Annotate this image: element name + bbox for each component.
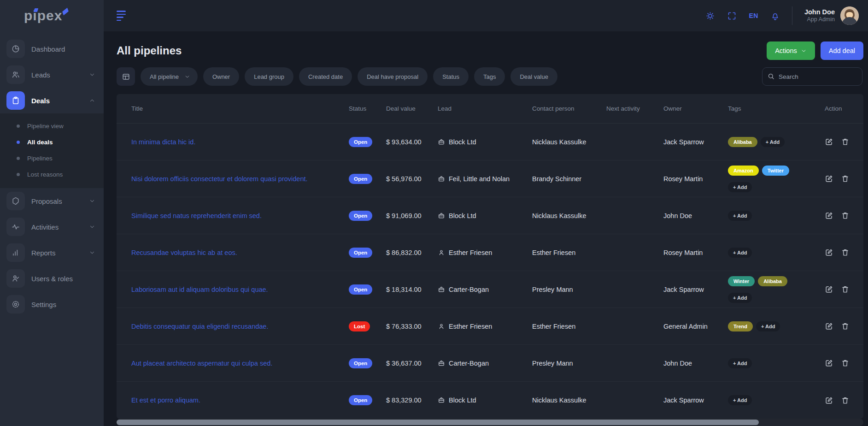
bullet-dot-icon	[17, 157, 20, 160]
edit-icon[interactable]	[825, 322, 833, 331]
add-tag-button[interactable]: + Add	[728, 395, 752, 405]
tag-pill[interactable]: Alibaba	[758, 276, 787, 286]
add-tag-button[interactable]: + Add	[728, 293, 752, 303]
column-header-action: Action	[825, 105, 852, 112]
horizontal-scrollbar	[117, 419, 863, 426]
deal-title-link[interactable]: Similique sed natus reprehenderit enim s…	[131, 212, 262, 219]
filter-chip-owner[interactable]: Owner	[203, 67, 239, 86]
add-deal-button[interactable]: Add deal	[821, 41, 863, 60]
tag-pill[interactable]: Trend	[728, 321, 753, 331]
submenu-item-pipeline-view[interactable]: Pipeline view	[0, 118, 104, 134]
edit-icon[interactable]	[825, 137, 833, 146]
theme-toggle-sun-icon[interactable]	[705, 11, 715, 21]
sidebar-item-users-roles[interactable]: Users & roles	[0, 266, 104, 291]
edit-icon[interactable]	[825, 211, 833, 220]
submenu-item-pipelines[interactable]: Pipelines	[0, 150, 104, 166]
submenu-item-all-deals[interactable]: All deals	[0, 134, 104, 150]
table-row: Similique sed natus reprehenderit enim s…	[117, 197, 863, 234]
tag-pill[interactable]: Twitter	[762, 166, 789, 176]
deal-title-link[interactable]: Aut placeat architecto aspernatur qui cu…	[131, 360, 272, 367]
filter-chip-lead-group[interactable]: Lead group	[245, 67, 293, 86]
trash-icon[interactable]	[841, 285, 850, 294]
brand-logo[interactable]: pipex	[0, 0, 104, 31]
trash-icon[interactable]	[841, 137, 850, 146]
edit-icon[interactable]	[825, 396, 833, 405]
tag-pill[interactable]: Winter	[728, 276, 755, 286]
hamburger-menu-icon[interactable]	[117, 11, 126, 21]
filter-chip-status[interactable]: Status	[433, 67, 469, 86]
sidebar-item-dashboard[interactable]: Dashboard	[0, 36, 104, 62]
deal-title-cell: Debitis consequatur quia eligendi recusa…	[131, 322, 349, 331]
trash-icon[interactable]	[841, 174, 850, 183]
sidebar-item-activities[interactable]: Activities	[0, 214, 104, 240]
sidebar-item-leads[interactable]: Leads	[0, 62, 104, 88]
status-badge: Open	[349, 248, 372, 258]
filter-chip-deal-have-proposal[interactable]: Deal have proposal	[358, 67, 428, 86]
owner-cell: General Admin	[663, 323, 728, 330]
tag-pill[interactable]: Amazon	[728, 166, 759, 176]
trash-icon[interactable]	[841, 359, 850, 367]
deal-title-link[interactable]: Recusandae voluptas hic ab at eos.	[131, 249, 237, 256]
filter-chip-created-date[interactable]: Created date	[299, 67, 352, 86]
fullscreen-icon[interactable]	[727, 11, 737, 21]
edit-icon[interactable]	[825, 359, 833, 367]
actions-button[interactable]: Actions	[767, 41, 815, 60]
table-row: In minima dicta hic id.Open$ 93,634.00Bl…	[117, 124, 863, 160]
table-header-row: TitleStatusDeal valueLeadContact personN…	[117, 94, 863, 124]
edit-icon[interactable]	[825, 248, 833, 257]
add-tag-button[interactable]: + Add	[728, 358, 752, 368]
add-tag-button[interactable]: + Add	[728, 182, 752, 192]
deal-title-link[interactable]: In minima dicta hic id.	[131, 138, 195, 146]
table-layout-icon[interactable]	[117, 67, 135, 86]
avatar[interactable]	[840, 6, 859, 25]
deal-title-link[interactable]: Et est et porro aliquam.	[131, 396, 200, 404]
language-selector[interactable]: EN	[749, 12, 758, 19]
lead-name: Carter-Bogan	[449, 360, 489, 367]
submenu-item-lost-reasons[interactable]: Lost reasons	[0, 166, 104, 183]
horizontal-scrollbar-thumb[interactable]	[117, 420, 759, 425]
owner-cell: Jack Sparrow	[663, 286, 728, 293]
add-tag-button[interactable]: + Add	[728, 211, 752, 221]
trash-icon[interactable]	[841, 396, 850, 405]
deal-title-link[interactable]: Debitis consequatur quia eligendi recusa…	[131, 323, 268, 330]
tag-pill[interactable]: Alibaba	[728, 137, 757, 147]
deal-title-cell: Et est et porro aliquam.	[131, 396, 349, 404]
deal-value-cell: $ 86,832.00	[386, 249, 438, 256]
deal-title-link[interactable]: Laboriosam aut id aliquam doloribus qui …	[131, 286, 268, 293]
sidebar-item-settings[interactable]: Settings	[0, 291, 104, 317]
column-header-deal-value: Deal value	[386, 105, 438, 112]
contact-person-cell: Presley Mann	[532, 286, 606, 293]
user-menu[interactable]: John Doe App Admin	[804, 6, 859, 25]
sidebar-item-label: Deals	[31, 97, 89, 105]
sidebar-item-label: Users & roles	[31, 275, 95, 283]
deal-title-link[interactable]: Nisi dolorem officiis consectetur et dol…	[131, 175, 308, 183]
topbar-divider	[792, 6, 792, 25]
briefcase-icon	[438, 138, 445, 146]
briefcase-icon	[438, 175, 445, 183]
trash-icon[interactable]	[841, 322, 850, 331]
status-badge: Open	[349, 284, 372, 295]
notifications-bell-icon[interactable]	[770, 11, 780, 21]
add-tag-button[interactable]: + Add	[761, 137, 785, 147]
trash-icon[interactable]	[841, 248, 850, 257]
briefcase-icon	[438, 286, 445, 293]
filter-chip-tags[interactable]: Tags	[474, 67, 505, 86]
sidebar-item-proposals[interactable]: Proposals	[0, 188, 104, 214]
add-tag-button[interactable]: + Add	[756, 321, 780, 331]
search-input[interactable]	[762, 67, 862, 86]
deal-title-cell: Aut placeat architecto aspernatur qui cu…	[131, 359, 349, 367]
contact-person-cell: Esther Friesen	[532, 323, 606, 330]
sidebar-item-label: Leads	[31, 71, 89, 79]
pipeline-select[interactable]: All pipeline	[141, 67, 198, 86]
owner-cell: Rosey Martin	[663, 249, 728, 256]
trash-icon[interactable]	[841, 211, 850, 220]
lead-cell: Carter-Bogan	[438, 286, 532, 293]
sidebar-item-label: Proposals	[31, 197, 89, 205]
edit-icon[interactable]	[825, 174, 833, 183]
filter-chip-deal-value[interactable]: Deal value	[510, 67, 557, 86]
edit-icon[interactable]	[825, 285, 833, 294]
sidebar-item-deals[interactable]: Deals	[0, 88, 104, 113]
deal-value-cell: $ 56,976.00	[386, 175, 438, 183]
sidebar-item-reports[interactable]: Reports	[0, 240, 104, 266]
add-tag-button[interactable]: + Add	[728, 248, 752, 258]
